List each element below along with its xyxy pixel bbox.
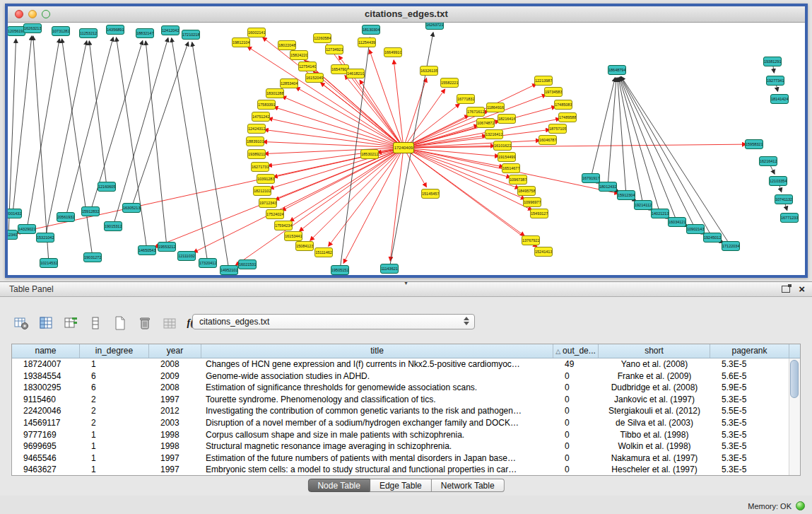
- graph-node[interactable]: 11253212: [79, 28, 98, 38]
- graph-node[interactable]: 18495758: [517, 186, 536, 196]
- graph-node[interactable]: 15958321: [745, 139, 763, 149]
- zoom-window-button[interactable]: [42, 10, 50, 18]
- table-chooser-select[interactable]: citations_edges.txt: [192, 314, 475, 329]
- edit-table-icon[interactable]: [62, 315, 79, 332]
- graph-node[interactable]: 12001432: [8, 209, 22, 218]
- graph-node[interactable]: 19505152: [331, 265, 349, 275]
- graph-node[interactable]: 17671612: [466, 107, 485, 117]
- table-row[interactable]: 1830029562008Estimation of significance …: [12, 382, 789, 394]
- graph-node[interactable]: 10391283: [257, 174, 275, 184]
- graph-node[interactable]: 15111462: [314, 247, 333, 257]
- graph-node[interactable]: 10967387: [509, 175, 527, 185]
- graph-node[interactable]: 12213987: [534, 76, 553, 86]
- graph-node[interactable]: 10902143: [686, 224, 705, 234]
- tab-network-table[interactable]: Network Table: [432, 479, 505, 492]
- graph-node[interactable]: 18141424: [770, 94, 789, 104]
- memory-status-indicator[interactable]: [796, 501, 805, 510]
- column-header-short[interactable]: short: [599, 344, 710, 358]
- table-row[interactable]: 969969511998Structural magnetic resonanc…: [12, 440, 789, 452]
- column-header-in_degree[interactable]: in_degree: [80, 344, 149, 358]
- graph-node[interactable]: 16152049: [305, 73, 324, 83]
- window-titlebar[interactable]: citations_edges.txt: [8, 6, 805, 23]
- graph-node[interactable]: 17583391: [257, 100, 276, 110]
- graph-node[interactable]: 15912832: [81, 206, 100, 216]
- graph-node[interactable]: 11254439: [358, 37, 376, 47]
- graph-node[interactable]: 15824220: [290, 50, 308, 60]
- graph-node[interactable]: 16271731: [251, 162, 269, 172]
- graph-node[interactable]: 19389211: [247, 149, 266, 159]
- graph-node[interactable]: 18212102: [253, 186, 271, 196]
- graph-node[interactable]: 16771832: [457, 94, 475, 104]
- graph-node[interactable]: 12754140: [298, 62, 317, 71]
- graph-node[interactable]: 10996977: [523, 197, 541, 207]
- column-header-name[interactable]: name: [12, 344, 80, 358]
- graph-node[interactable]: 17320412: [199, 258, 217, 268]
- graph-node[interactable]: 11864916: [486, 103, 505, 112]
- tab-node-table[interactable]: Node Table: [307, 479, 370, 492]
- graph-node[interactable]: 19214112: [634, 200, 652, 210]
- graph-node[interactable]: 15912304: [617, 190, 635, 200]
- graph-node[interactable]: 16305213: [122, 203, 141, 213]
- graph-node[interactable]: 17122034: [722, 241, 740, 251]
- graph-node[interactable]: 16101622: [493, 141, 512, 151]
- graph-node[interactable]: 17485083: [554, 100, 572, 110]
- graph-node[interactable]: 18839101: [246, 136, 264, 146]
- graph-node[interactable]: 15582221: [440, 78, 459, 88]
- graph-node[interactable]: 10214532: [40, 258, 58, 268]
- graph-node[interactable]: 19553212: [158, 242, 176, 252]
- table-row[interactable]: 946362711997Embryonic stem cells: a mode…: [12, 464, 789, 476]
- graph-node[interactable]: 10674872: [476, 118, 495, 128]
- graph-node[interactable]: 14329021: [18, 224, 36, 234]
- column-header-pagerank[interactable]: pagerank: [710, 344, 789, 358]
- graph-node[interactable]: 18530212: [360, 149, 379, 159]
- table-row[interactable]: 1938455462009Genome-wide association stu…: [12, 370, 789, 382]
- graph-node[interactable]: 19812104: [232, 37, 250, 47]
- graph-node[interactable]: 12853404: [280, 78, 298, 88]
- graph-node[interactable]: 20561932: [57, 212, 75, 222]
- graph-node[interactable]: 14952102: [220, 265, 238, 275]
- graph-node[interactable]: 17210218: [182, 30, 200, 40]
- graph-node[interactable]: 16326135: [420, 66, 438, 76]
- table-vertical-scrollbar[interactable]: [789, 358, 800, 475]
- graph-node[interactable]: 10741132: [775, 194, 793, 204]
- graph-node[interactable]: 19381291: [763, 57, 782, 66]
- table-row[interactable]: 977716911998Corpus callosum shape and si…: [12, 429, 789, 441]
- column-header-out_de[interactable]: △out_de...: [553, 344, 599, 358]
- graph-node[interactable]: 17489588: [558, 112, 577, 122]
- graph-node[interactable]: 12103354: [769, 176, 787, 186]
- graph-node[interactable]: 12424312: [247, 124, 266, 134]
- graph-node[interactable]: 16791917: [582, 173, 600, 183]
- graph-node[interactable]: 16153441: [284, 231, 302, 241]
- graph-node[interactable]: 17240409: [393, 142, 414, 153]
- graph-node[interactable]: 19277341: [766, 76, 784, 86]
- graph-node[interactable]: 16771233: [780, 213, 799, 223]
- table-row[interactable]: 2242004622012Investigating the contribut…: [12, 405, 789, 417]
- graph-node[interactable]: 18832147: [136, 28, 154, 38]
- graph-node[interactable]: 19015312: [104, 221, 122, 231]
- import-table-icon[interactable]: [161, 315, 178, 332]
- graph-node[interactable]: 16034121: [668, 217, 686, 227]
- graph-node[interactable]: 19245012: [703, 233, 722, 243]
- table-row[interactable]: 911546021997Tourette syndrome. Phenomeno…: [12, 394, 789, 406]
- graph-node[interactable]: 12412042: [161, 25, 180, 35]
- graph-node[interactable]: 19712343: [259, 198, 277, 208]
- graph-node[interactable]: 18301288: [266, 88, 284, 98]
- graph-node[interactable]: 19734583: [544, 87, 563, 97]
- graph-node[interactable]: 17524024: [266, 209, 284, 219]
- graph-node[interactable]: 12734921: [325, 45, 343, 54]
- graph-node[interactable]: 18022048: [278, 40, 296, 50]
- graph-node[interactable]: 18757105: [548, 124, 567, 134]
- graph-node[interactable]: 14021213: [651, 209, 669, 218]
- graph-node[interactable]: 12160605: [98, 182, 116, 192]
- graph-node[interactable]: 10731282: [52, 26, 70, 36]
- select-columns-icon[interactable]: [37, 315, 54, 332]
- graph-node[interactable]: 13212340: [8, 230, 18, 240]
- network-view-window[interactable]: citations_edges.txt 17240409180220481582…: [5, 4, 808, 278]
- network-canvas[interactable]: 1724040918022048158242201275414016152049…: [8, 23, 805, 275]
- graph-node[interactable]: 16263721: [425, 23, 444, 30]
- graph-node[interactable]: 15084123: [295, 241, 314, 251]
- graph-node[interactable]: 18012432: [599, 182, 617, 192]
- graph-node[interactable]: 18130304: [362, 25, 380, 35]
- graph-node[interactable]: 16021531: [238, 259, 257, 269]
- graph-node[interactable]: 14618210: [346, 69, 365, 78]
